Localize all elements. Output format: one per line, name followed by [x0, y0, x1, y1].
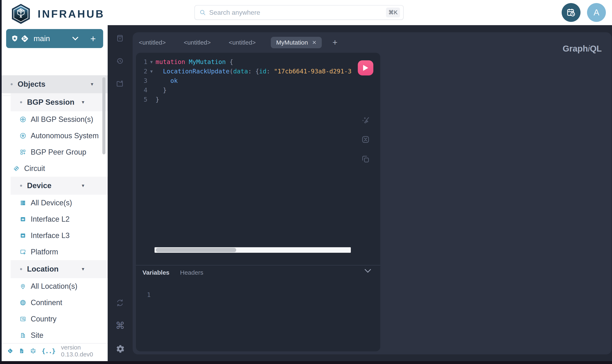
tab-variables[interactable]: Variables — [142, 269, 169, 276]
avatar[interactable]: A — [587, 3, 606, 22]
query-editor-pane[interactable]: 1▼mutation MyMutation { 2▼ LocationRackU… — [136, 53, 380, 351]
branch-selector[interactable]: main + — [6, 29, 103, 48]
location-pin-icon — [20, 283, 26, 290]
bgp-session-icon — [20, 116, 26, 123]
tab-untitled-3[interactable]: <untitled> — [229, 39, 256, 46]
section-label: BGP Session — [27, 98, 74, 106]
sidebar-item-all-bgp-sessions[interactable]: All BGP Session(s) — [2, 111, 108, 128]
sidebar-item-bgp-peer-group[interactable]: BGP Peer Group — [2, 144, 108, 160]
sidebar-item-all-devices[interactable]: All Device(s) — [2, 195, 108, 211]
query-editor[interactable]: 1▼mutation MyMutation { 2▼ LocationRackU… — [136, 53, 380, 104]
item-label: All BGP Session(s) — [31, 115, 93, 124]
execute-query-button[interactable] — [358, 60, 373, 76]
prettify-icon[interactable] — [361, 116, 370, 125]
close-tab-icon[interactable]: ✕ — [312, 39, 316, 46]
topbar: Search anywhere ⌘K A — [108, 0, 612, 25]
bottom-edge-strip — [0, 361, 612, 364]
sidebar-item-site[interactable]: Site — [2, 327, 108, 344]
play-icon — [363, 65, 369, 71]
chevron-down-icon — [72, 37, 78, 41]
version-label: version 0.13.0.dev0 — [61, 344, 108, 358]
item-label: All Location(s) — [31, 282, 77, 291]
bullet-icon — [20, 268, 22, 270]
building-icon — [20, 332, 26, 339]
graphiql-logo: GraphiQL — [563, 44, 602, 53]
tab-headers[interactable]: Headers — [180, 269, 203, 276]
tab-untitled-2[interactable]: <untitled> — [184, 39, 211, 46]
bullet-icon — [11, 83, 13, 85]
sidebar-section-device[interactable]: Device ▼ — [11, 177, 108, 195]
docs-plugin-icon[interactable] — [116, 34, 124, 42]
merge-query-icon[interactable] — [361, 135, 370, 144]
git-icon[interactable] — [7, 347, 13, 355]
sidebar-item-all-locations[interactable]: All Location(s) — [2, 278, 108, 295]
explorer-plugin-icon[interactable] — [116, 80, 124, 88]
graphiql-tabs: <untitled> <untitled> <untitled> MyMutat… — [139, 32, 338, 53]
fold-arrow-icon[interactable]: ▼ — [147, 57, 156, 67]
autonomous-system-icon — [20, 132, 26, 139]
brand-name: INFRAHUB — [38, 8, 105, 20]
shortcuts-icon[interactable]: ⌘ — [115, 321, 125, 330]
global-search-input[interactable]: Search anywhere ⌘K — [194, 5, 404, 20]
item-label: Continent — [31, 298, 62, 307]
sidebar-scrollbar[interactable] — [102, 77, 105, 154]
brand-logo[interactable]: INFRAHUB — [2, 0, 108, 24]
interface-icon — [20, 216, 26, 222]
left-edge-strip — [0, 0, 2, 364]
sidebar-section-bgp-session[interactable]: BGP Session ▼ — [11, 93, 108, 111]
time-travel-button[interactable] — [562, 3, 581, 22]
swagger-braces-icon[interactable]: {..} — [41, 347, 55, 355]
item-label: Interface L2 — [31, 215, 69, 223]
sidebar-footer: {..} version 0.13.0.dev0 — [2, 343, 108, 358]
search-placeholder: Search anywhere — [209, 9, 260, 16]
tab-mymutation[interactable]: MyMutation ✕ — [271, 37, 322, 48]
avatar-initial: A — [594, 8, 599, 17]
circuit-icon — [13, 165, 20, 172]
fold-arrow-icon[interactable]: ▼ — [147, 67, 156, 76]
item-label: Site — [31, 331, 43, 340]
add-branch-button[interactable]: + — [90, 34, 96, 43]
sidebar-item-autonomous-system[interactable]: Autonomous System — [2, 128, 108, 144]
settings-gear-icon[interactable] — [116, 344, 125, 353]
variables-header: Variables Headers — [142, 266, 203, 279]
variables-editor[interactable]: 1 — [147, 291, 151, 298]
shortcut-badge: ⌘K — [386, 8, 400, 17]
sidebar-section-objects[interactable]: Objects ▼ — [2, 75, 108, 93]
tab-label: MyMutation — [276, 39, 308, 46]
history-plugin-icon[interactable] — [116, 57, 124, 65]
copy-query-icon[interactable] — [361, 155, 370, 164]
sidebar-section-location[interactable]: Location ▼ — [11, 260, 108, 278]
editor-horizontal-scrollbar[interactable] — [155, 247, 351, 253]
sidebar-item-circuit[interactable]: Circuit — [2, 160, 108, 177]
tab-untitled-1[interactable]: <untitled> — [139, 39, 166, 46]
sidebar-item-country[interactable]: Country — [2, 311, 108, 327]
sidebar-item-platform[interactable]: Platform — [2, 244, 108, 260]
section-label: Device — [27, 181, 51, 190]
item-label: Platform — [31, 248, 58, 256]
sidebar-item-continent[interactable]: Continent — [2, 295, 108, 311]
chevron-down-icon: ▼ — [90, 82, 94, 87]
refetch-schema-icon[interactable] — [116, 299, 124, 307]
item-label: Country — [31, 315, 56, 323]
code-line: 4 } — [136, 85, 380, 95]
search-icon — [199, 9, 206, 16]
sidebar: INFRAHUB main + Se — [2, 0, 108, 361]
graphql-icon[interactable] — [30, 347, 36, 355]
scrollbar-thumb[interactable] — [156, 248, 236, 252]
section-label: Objects — [18, 80, 45, 89]
chevron-down-icon: ▼ — [81, 183, 85, 188]
map-search-icon — [20, 316, 26, 322]
code-line: 1▼mutation MyMutation { — [136, 57, 380, 67]
app-root: INFRAHUB main + Se — [0, 0, 612, 364]
bullet-icon — [20, 101, 22, 103]
sidebar-item-interface-l2[interactable]: Interface L2 — [2, 211, 108, 227]
bgp-peer-group-icon — [20, 149, 26, 156]
code-line: 3 ok — [136, 76, 380, 85]
main-canvas: ⌘ <untitled> <untitled> <untitled> MyMut… — [108, 25, 612, 364]
item-label: Interface L3 — [31, 231, 69, 240]
collapse-variables-icon[interactable] — [364, 269, 371, 273]
sidebar-item-interface-l3[interactable]: Interface L3 — [2, 227, 108, 244]
variables-divider — [136, 265, 380, 265]
docs-icon[interactable] — [19, 347, 25, 355]
new-tab-button[interactable]: + — [332, 38, 338, 47]
